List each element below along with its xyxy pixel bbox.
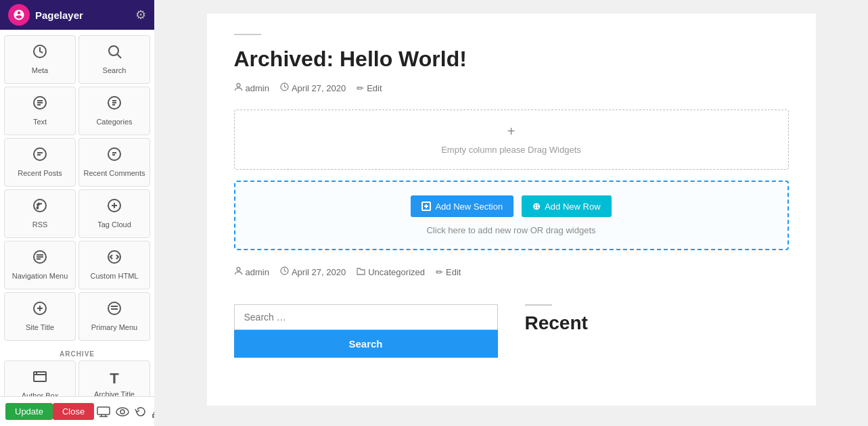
svg-point-43: [237, 268, 240, 271]
recent-widget: Recent: [525, 304, 789, 358]
footer-author: admin: [246, 267, 269, 277]
post-author: admin: [246, 83, 269, 93]
widget-author-box-icon: [32, 369, 48, 389]
widget-search[interactable]: Search: [78, 35, 150, 84]
desktop-icon-button[interactable]: [94, 404, 113, 420]
widget-author-box[interactable]: Author Box: [4, 360, 76, 396]
bottom-section: Search Recent: [234, 304, 789, 358]
svg-rect-23: [97, 407, 110, 415]
widget-navigation-menu-icon: [32, 249, 48, 269]
post-date: April 27, 2020: [292, 83, 346, 93]
widget-primary-menu-icon: [106, 300, 122, 321]
search-button[interactable]: Search: [234, 330, 498, 358]
widget-rss[interactable]: RSS: [4, 189, 76, 238]
post-footer-meta: admin April 27, 2020 Uncategorized ✏ Edi…: [234, 266, 789, 277]
search-widget: Search: [234, 304, 498, 358]
empty-column: + Empty column please Drag Widgets: [234, 110, 789, 170]
svg-line-2: [118, 55, 122, 59]
widget-custom-html[interactable]: Custom HTML: [78, 241, 150, 289]
close-button[interactable]: Close: [53, 403, 94, 420]
footer-date: April 27, 2020: [292, 267, 346, 277]
widget-search-icon: [106, 43, 122, 64]
add-section-area: Add New Section ⊕ Add New Row Click here…: [234, 181, 789, 250]
widget-site-title-label: Site Title: [26, 323, 54, 332]
footer-edit-meta[interactable]: ✏ Edit: [436, 267, 461, 277]
widget-custom-html-icon: [106, 249, 122, 269]
widget-text[interactable]: Text: [4, 87, 76, 135]
widget-site-title-icon: [32, 300, 48, 321]
add-new-section-label: Add New Section: [435, 202, 503, 212]
post-meta: admin April 27, 2020 ✏ Edit: [234, 82, 789, 93]
widget-recent-comments-icon: [106, 146, 122, 166]
main-area: Archived: Hello World! admin April 27, 2…: [154, 0, 868, 426]
footer-date-meta: April 27, 2020: [280, 266, 346, 277]
footer-folder-icon: [357, 266, 365, 277]
recent-title: Recent: [525, 312, 789, 334]
gear-icon[interactable]: ⚙: [135, 7, 146, 22]
pencil-icon: ✏: [357, 83, 364, 93]
svg-point-28: [120, 410, 124, 414]
widget-navigation-menu[interactable]: Navigation Menu: [4, 241, 76, 289]
add-new-row-button[interactable]: ⊕ Add New Row: [522, 195, 611, 217]
widget-archive-title-label: Archive Title: [94, 390, 135, 396]
svg-rect-17: [34, 372, 46, 381]
search-input[interactable]: [235, 305, 497, 329]
sidebar: Pagelayer ⚙ Meta Search: [0, 0, 154, 426]
widget-meta-label: Meta: [32, 66, 48, 75]
add-section-buttons: Add New Section ⊕ Add New Row: [249, 195, 774, 217]
widget-grid-archive: Author Box T Archive Title ⊘ Archive Pos…: [4, 360, 150, 396]
widget-primary-menu-label: Primary Menu: [91, 323, 137, 332]
clock-icon: [280, 82, 289, 93]
widget-recent-comments[interactable]: Recent Comments: [78, 138, 150, 187]
add-section-hint: Click here to add new row OR drag widget…: [249, 225, 774, 235]
widget-categories-label: Categories: [96, 118, 132, 126]
widget-archive-title[interactable]: T Archive Title: [78, 360, 150, 396]
widget-recent-posts[interactable]: Recent Posts: [4, 138, 76, 187]
widget-meta-icon: [32, 43, 48, 64]
svg-point-10: [34, 199, 46, 212]
update-button[interactable]: Update: [5, 403, 53, 420]
post-edit-meta[interactable]: ✏ Edit: [357, 83, 382, 93]
add-new-row-label: Add New Row: [545, 202, 600, 212]
sitemap-icon-button[interactable]: [150, 403, 154, 421]
widget-rss-label: RSS: [32, 220, 48, 229]
post-date-meta: April 27, 2020: [280, 82, 346, 93]
widget-archive-title-icon: T: [110, 370, 118, 387]
empty-column-text: Empty column please Drag Widgets: [441, 145, 581, 155]
widget-text-label: Text: [33, 118, 47, 126]
widget-site-title[interactable]: Site Title: [4, 292, 76, 341]
widget-categories-icon: [106, 95, 122, 115]
add-new-section-button[interactable]: Add New Section: [411, 195, 513, 217]
widget-categories[interactable]: Categories: [78, 87, 150, 135]
widget-author-box-label: Author Box: [22, 392, 58, 396]
svg-point-1: [109, 46, 118, 55]
widget-rss-icon: [32, 197, 48, 218]
svg-point-11: [37, 208, 39, 209]
page-divider: [234, 34, 261, 35]
recent-divider: [525, 304, 552, 306]
widget-tag-cloud-label: Tag Cloud: [97, 220, 131, 229]
svg-point-38: [237, 84, 240, 87]
footer-pencil-icon: ✏: [436, 267, 443, 277]
widget-primary-menu[interactable]: Primary Menu: [78, 292, 150, 341]
widget-text-icon: [32, 95, 48, 115]
footer-author-meta: admin: [234, 266, 269, 277]
widget-recent-posts-label: Recent Posts: [18, 169, 62, 178]
widget-grid-top: Meta Search Text Categorie: [4, 35, 150, 341]
footer-edit-link[interactable]: Edit: [446, 267, 461, 277]
widget-custom-html-label: Custom HTML: [91, 272, 139, 281]
widget-meta[interactable]: Meta: [4, 35, 76, 84]
sidebar-title: Pagelayer: [35, 9, 83, 21]
sidebar-content: Meta Search Text Categorie: [0, 30, 154, 396]
page-title: Archived: Hello World!: [234, 46, 789, 72]
footer-author-icon: [234, 266, 243, 277]
footer-clock-icon: [280, 266, 289, 277]
widget-tag-cloud[interactable]: Tag Cloud: [78, 189, 150, 238]
footer-category-meta: Uncategorized: [357, 266, 425, 277]
eye-icon-button[interactable]: [113, 404, 132, 419]
svg-point-27: [116, 408, 129, 416]
empty-column-plus[interactable]: +: [248, 124, 775, 139]
post-edit-link[interactable]: Edit: [367, 83, 382, 93]
sidebar-header: Pagelayer ⚙: [0, 0, 154, 30]
history-icon-button[interactable]: [132, 403, 150, 421]
